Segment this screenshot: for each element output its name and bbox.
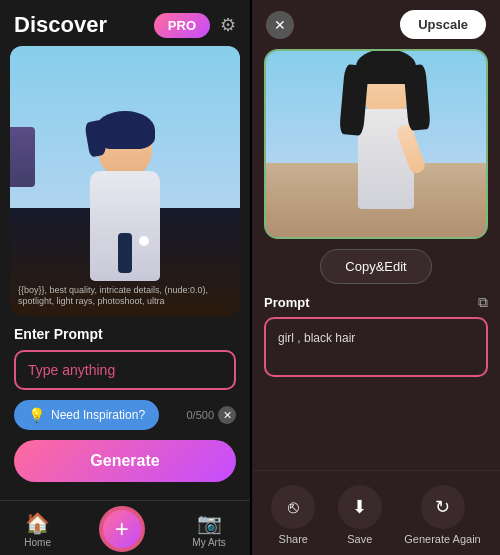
side-mini-image — [10, 127, 35, 187]
left-panel: Discover PRO ⚙ {{boy}}, best quality, — [0, 0, 250, 555]
prompt-display: girl , black hair — [264, 317, 488, 377]
prompt-section-header: Prompt ⧉ — [264, 294, 488, 311]
save-action[interactable]: ⬇ Save — [338, 485, 382, 545]
nav-my-arts[interactable]: 📷 My Arts — [192, 511, 225, 548]
generate-again-label: Generate Again — [404, 533, 480, 545]
gear-icon[interactable]: ⚙ — [220, 14, 236, 36]
girl-body — [358, 109, 414, 209]
share-action[interactable]: ⎋ Share — [271, 485, 315, 545]
nav-home[interactable]: 🏠 Home — [24, 511, 51, 548]
close-button[interactable]: ✕ — [266, 11, 294, 39]
camera-icon: 📷 — [197, 511, 222, 535]
prompt-section-label: Prompt — [264, 295, 310, 310]
prompt-input[interactable] — [14, 350, 236, 390]
char-body — [90, 171, 160, 281]
share-label: Share — [279, 533, 308, 545]
home-label: Home — [24, 537, 51, 548]
add-ring — [99, 506, 145, 552]
girl-figure — [336, 57, 436, 237]
hero-image-bg: {{boy}}, best quality, intricate details… — [10, 46, 240, 316]
right-image-area — [264, 49, 488, 239]
pro-button[interactable]: PRO — [154, 13, 210, 38]
enter-prompt-label: Enter Prompt — [14, 326, 236, 342]
copy-icon[interactable]: ⧉ — [478, 294, 488, 311]
share-circle: ⎋ — [271, 485, 315, 529]
save-icon: ⬇ — [352, 496, 367, 518]
share-icon: ⎋ — [288, 497, 299, 518]
char-count: 0/500 — [186, 409, 214, 421]
generate-again-circle: ↻ — [421, 485, 465, 529]
header-right: PRO ⚙ — [154, 13, 236, 38]
bulb-icon: 💡 — [28, 407, 45, 423]
left-header: Discover PRO ⚙ — [0, 0, 250, 46]
right-image-bg — [266, 51, 486, 237]
right-panel: ✕ Upscale Copy&Edit Prompt ⧉ girl , blac… — [252, 0, 500, 555]
generate-again-action[interactable]: ↻ Generate Again — [404, 485, 480, 545]
inspiration-row: 💡 Need Inspiration? 0/500 ✕ — [14, 400, 236, 430]
right-header: ✕ Upscale — [252, 0, 500, 49]
char-hair — [95, 111, 155, 149]
girl-hair-top — [356, 51, 416, 84]
clear-button[interactable]: ✕ — [218, 406, 236, 424]
hero-image-area: {{boy}}, best quality, intricate details… — [10, 46, 240, 316]
prompt-section: Enter Prompt 💡 Need Inspiration? 0/500 ✕… — [0, 316, 250, 500]
girl-hand — [395, 123, 427, 175]
char-rose — [139, 236, 149, 246]
home-icon: 🏠 — [25, 511, 50, 535]
right-prompt-section: Prompt ⧉ girl , black hair — [264, 294, 488, 470]
refresh-icon: ↻ — [435, 496, 450, 518]
inspiration-button[interactable]: 💡 Need Inspiration? — [14, 400, 159, 430]
save-circle: ⬇ — [338, 485, 382, 529]
right-bottom-actions: ⎋ Share ⬇ Save ↻ Generate Again — [252, 470, 500, 555]
my-arts-label: My Arts — [192, 537, 225, 548]
save-label: Save — [347, 533, 372, 545]
image-caption: {{boy}}, best quality, intricate details… — [18, 285, 232, 308]
page-title: Discover — [14, 12, 107, 38]
generate-button[interactable]: Generate — [14, 440, 236, 482]
nav-add-button[interactable]: + — [100, 507, 144, 551]
char-tie — [118, 233, 132, 273]
char-count-area: 0/500 ✕ — [186, 406, 236, 424]
prompt-input-wrapper — [14, 350, 236, 390]
bottom-nav: 🏠 Home + 📷 My Arts — [0, 500, 250, 555]
inspiration-label: Need Inspiration? — [51, 408, 145, 422]
upscale-button[interactable]: Upscale — [400, 10, 486, 39]
copy-edit-button[interactable]: Copy&Edit — [320, 249, 431, 284]
